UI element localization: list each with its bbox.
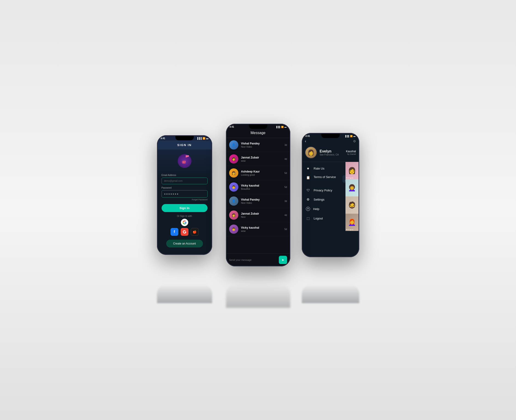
list-item[interactable]: 👤 Vishal Pandey Nice Video 3d: [226, 194, 290, 208]
msg-preview: Beautiful: [241, 188, 282, 190]
msg-content: Vicky kaushal Beautiful: [241, 184, 282, 190]
time-center: 9:41: [230, 126, 234, 128]
reflection-right: [302, 285, 359, 303]
send-icon: ➤: [281, 258, 284, 262]
reflection-left: [157, 285, 212, 303]
shield-icon: 🛡: [306, 188, 310, 192]
create-account-area: Create an Account: [157, 237, 212, 255]
music-note-svg: [179, 154, 190, 168]
list-item[interactable]: 👨 Vicky kaushal wow 5d: [226, 222, 290, 236]
messages-header: Message: [226, 129, 290, 138]
settings-gear-icon[interactable]: ⚙: [353, 139, 356, 143]
msg-content: Ashdeep Kaur Looking good: [241, 170, 282, 176]
avatar: 👤: [229, 196, 238, 206]
avatar: 👩: [229, 210, 238, 220]
battery-icon-center: ▬: [285, 126, 287, 128]
message-input[interactable]: [229, 259, 277, 261]
msg-name: Vicky kaushal: [241, 184, 282, 187]
phone-profile: 9:41 ▐▐▐ 🛜 ▬ ‹ ⚙ 👩 Evelyn San Fra: [302, 133, 359, 257]
document-icon: 📋: [306, 176, 310, 180]
profile-location: San Francisco, CA: [320, 153, 343, 156]
star-icon: ★: [306, 166, 310, 170]
create-account-button[interactable]: Create an Account: [166, 240, 203, 248]
thumbnail-2[interactable]: 👩‍🦱: [346, 179, 359, 196]
thumbnail-3[interactable]: 🧔: [346, 196, 359, 214]
help-icon: ?: [306, 207, 310, 211]
logout-icon: ⬚: [306, 217, 310, 220]
signin-header: SIGN IN: [157, 141, 212, 150]
avatar: 👩: [229, 168, 238, 178]
msg-preview: Nice Video: [241, 202, 282, 204]
list-item[interactable]: 👨 Vicky kaushal Beautiful 5d: [226, 180, 290, 194]
status-icons-right: ▐▐▐ 🛜 ▬: [345, 135, 355, 137]
notch-right: [321, 133, 340, 138]
signin-button[interactable]: Sign In: [162, 204, 207, 212]
msg-preview: Looking good: [241, 174, 282, 176]
msg-content: Jannat Zubair wow: [241, 156, 282, 162]
avatar: 👩: [229, 154, 238, 164]
profile-avatar: 👩: [305, 147, 317, 158]
profile-sub: by Daniel: [346, 153, 356, 155]
msg-name: Vicky kaushal: [241, 226, 282, 229]
list-item[interactable]: 👩 Jannat Zubair wow 4d: [226, 152, 290, 166]
email-label: Email Address: [162, 174, 207, 176]
thumb-stats-1: 👁123▶180: [346, 177, 354, 179]
thumbnail-4[interactable]: 👩‍🦰 👁123▶150: [346, 214, 359, 231]
msg-content: Vicky kaushal wow: [241, 226, 282, 232]
scene: 9:41 ▐▐▐ 🛜 ▬ SIGN IN: [143, 124, 373, 296]
phone-messages: 9:41 ▐▐▐ 🛜 ▬ Message 👤 Vishal P: [226, 124, 290, 266]
facebook-button[interactable]: f: [170, 228, 178, 236]
profile-screen: 9:41 ▐▐▐ 🛜 ▬ ‹ ⚙ 👩 Evelyn San Fra: [302, 133, 359, 257]
social-buttons: f 🍎: [162, 228, 207, 236]
msg-name: Jannat Zubair: [241, 212, 282, 215]
thumbnails-column: 👩 👁123▶180 👩‍🦱 🧔 👩‍🦰 👁1: [346, 162, 359, 231]
message-input-area: ➤: [226, 253, 290, 266]
back-button[interactable]: ‹: [305, 139, 306, 143]
signal-icon-center: ▐▐▐: [276, 126, 280, 128]
profile-right: Kaushal by Daniel: [346, 150, 356, 155]
reflection-center: [226, 285, 290, 308]
list-item[interactable]: 👩 Jannat Zubair Nice 4d: [226, 208, 290, 222]
msg-content: Vishal Pandey Nice Video: [241, 142, 282, 148]
signin-screen: 9:41 ▐▐▐ 🛜 ▬ SIGN IN: [157, 135, 212, 255]
send-button[interactable]: ➤: [279, 256, 287, 264]
msg-time: 3d: [284, 144, 287, 146]
status-icons-left: ▐▐▐ 🛜 ▬: [197, 137, 208, 140]
apple-button[interactable]: 🍎: [191, 228, 199, 236]
msg-time: 5d: [284, 228, 287, 231]
msg-time: 4d: [284, 214, 287, 217]
time-right: 9:41: [305, 135, 310, 137]
phone-signin: 9:41 ▐▐▐ 🛜 ▬ SIGN IN: [157, 135, 212, 255]
thumbnail-1[interactable]: 👩 👁123▶180: [346, 162, 359, 179]
wifi-icon-left: 🛜: [202, 137, 205, 140]
facebook-icon: f: [174, 230, 175, 234]
thumb-stats-4: 👁123▶150: [346, 229, 354, 231]
email-input[interactable]: demo@gmail.com: [162, 178, 207, 184]
google-button[interactable]: [181, 228, 188, 236]
forget-password-link[interactable]: Forget Password: [162, 198, 207, 201]
msg-time: 3d: [284, 200, 287, 202]
google-large-btn[interactable]: [162, 219, 207, 226]
avatar: 👨: [229, 225, 238, 234]
wifi-icon-right: 🛜: [350, 135, 353, 137]
list-item[interactable]: 👤 Vishal Pandey Nice Video 3d: [226, 138, 290, 152]
messages-title: Message: [226, 131, 290, 135]
msg-name: Ashdeep Kaur: [241, 170, 282, 173]
notch-left: [175, 135, 194, 140]
profile-details: Evelyn San Francisco, CA: [320, 149, 343, 156]
svg-point-1: [183, 161, 184, 163]
profile-username: Kaushal: [346, 150, 356, 153]
menu-label-terms: Terms of Service: [314, 175, 339, 179]
password-input[interactable]: ●●●●●●●: [162, 190, 207, 198]
battery-icon-left: ▬: [206, 137, 208, 140]
msg-time: 5d: [284, 172, 287, 174]
settings-icon: ⚙: [306, 198, 310, 201]
msg-preview: wow: [241, 160, 282, 162]
avatar: 👨: [229, 182, 238, 192]
apple-icon: 🍎: [193, 230, 197, 234]
profile-nav: ‹ ⚙: [302, 138, 359, 145]
msg-time: 4d: [284, 158, 287, 160]
profile-name: Evelyn: [320, 149, 343, 153]
list-item[interactable]: 👩 Ashdeep Kaur Looking good 5d: [226, 166, 290, 180]
msg-name: Jannat Zubair: [241, 156, 282, 159]
